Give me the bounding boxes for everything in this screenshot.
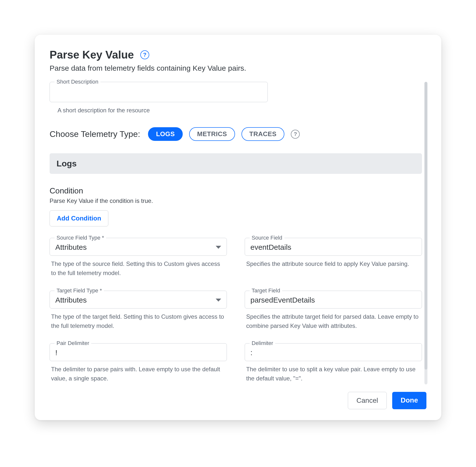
section-header-logs: Logs — [50, 153, 422, 174]
target-field-type-value: Attributes — [55, 296, 87, 304]
target-field-value: parsedEventDetails — [250, 296, 315, 304]
telemetry-help-icon[interactable]: ? — [291, 130, 300, 139]
pair-delimiter-value: ! — [55, 348, 57, 357]
source-field-type-help: The type of the source field. Setting th… — [51, 259, 225, 278]
help-icon[interactable]: ? — [140, 50, 149, 59]
chevron-down-icon — [216, 246, 221, 249]
pair-delimiter-help: The delimiter to parse pairs with. Leave… — [51, 365, 225, 383]
target-field-type-help: The type of the target field. Setting th… — [51, 312, 225, 330]
source-field-help: Specifies the attribute source field to … — [246, 259, 420, 268]
short-description-help: A short description for the resource — [58, 106, 266, 115]
modal-title: Parse Key Value — [50, 49, 134, 61]
done-button[interactable]: Done — [392, 392, 426, 409]
source-field-value: eventDetails — [250, 243, 291, 251]
source-field-label: Source Field — [250, 235, 284, 241]
chevron-down-icon — [216, 299, 221, 302]
condition-subtitle: Parse Key Value if the condition is true… — [50, 197, 422, 204]
telemetry-pill-traces[interactable]: TRACES — [241, 127, 285, 141]
source-field-type-label: Source Field Type * — [55, 235, 106, 241]
form-scroll-area: Short Description A short description fo… — [50, 82, 426, 383]
scrollbar-thumb[interactable] — [424, 82, 427, 370]
add-condition-button[interactable]: Add Condition — [50, 210, 108, 226]
delimiter-help: The delimiter to use to split a key valu… — [246, 365, 420, 383]
delimiter-value: : — [250, 348, 252, 357]
delimiter-label: Delimiter — [250, 340, 275, 346]
telemetry-type-label: Choose Telemetry Type: — [50, 129, 140, 139]
short-description-label: Short Description — [55, 79, 100, 85]
telemetry-pill-logs[interactable]: LOGS — [148, 127, 183, 141]
scrollbar[interactable] — [424, 82, 427, 384]
source-field-type-value: Attributes — [55, 243, 87, 251]
parse-key-value-modal: Parse Key Value ? Parse data from teleme… — [35, 35, 441, 420]
pair-delimiter-label: Pair Delimiter — [55, 340, 91, 346]
modal-subtitle: Parse data from telemetry fields contain… — [50, 64, 426, 72]
telemetry-pill-metrics[interactable]: METRICS — [189, 127, 235, 141]
target-field-type-label: Target Field Type * — [55, 287, 104, 294]
target-field-label: Target Field — [250, 287, 282, 294]
condition-title: Condition — [50, 186, 422, 195]
cancel-button[interactable]: Cancel — [348, 392, 387, 409]
target-field-help: Specifies the attribute target field for… — [246, 312, 420, 330]
